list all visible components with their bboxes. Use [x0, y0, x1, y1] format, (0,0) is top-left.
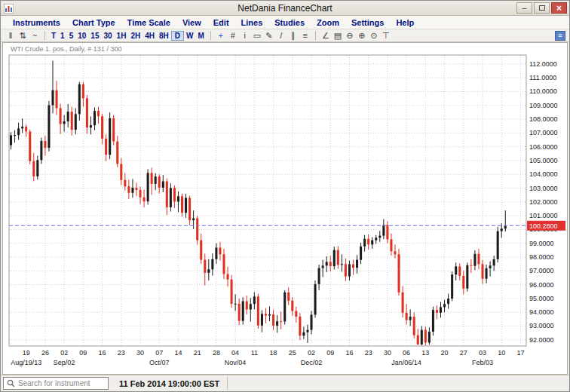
- price-axis-label: 97.0000: [529, 267, 554, 274]
- candle-body: [489, 265, 492, 268]
- menu-item-view[interactable]: View: [176, 18, 207, 27]
- candle-body: [406, 313, 408, 320]
- timeframe-button-1[interactable]: 1: [58, 32, 67, 40]
- x-axis-month-label: Oct/07: [149, 359, 170, 366]
- menu-item-chart-type[interactable]: Chart Type: [66, 18, 121, 27]
- x-axis-month-label: Feb/03: [472, 359, 493, 366]
- timeframe-button-1h[interactable]: 1H: [115, 32, 129, 40]
- fibonacci-icon[interactable]: ≡: [299, 30, 311, 41]
- candle-body: [97, 111, 100, 116]
- candle-body: [481, 264, 483, 278]
- pointer-icon[interactable]: ▭: [251, 30, 263, 41]
- line-chart-icon[interactable]: ~: [29, 30, 41, 41]
- price-axis-label: 104.0000: [529, 170, 558, 178]
- menu-item-instruments[interactable]: Instruments: [7, 18, 66, 27]
- candlestick-chart-icon[interactable]: ⇅: [17, 30, 29, 41]
- close-button[interactable]: ×: [551, 2, 567, 14]
- menu-item-help[interactable]: Help: [390, 18, 420, 27]
- x-axis-day-label: 07: [155, 349, 163, 357]
- price-axis-label: 108.0000: [529, 115, 558, 123]
- candle-body: [504, 225, 507, 228]
- timeframe-button-m[interactable]: M: [195, 32, 206, 40]
- search-input[interactable]: [18, 379, 105, 387]
- candle-body: [333, 250, 336, 266]
- toolbar-separator: [315, 31, 316, 40]
- parallel-lines-icon[interactable]: ∥: [287, 30, 299, 41]
- candle-body: [188, 198, 191, 221]
- angle-icon[interactable]: ∠: [320, 30, 332, 41]
- x-axis-month-label: Dec/02: [301, 359, 323, 366]
- measure-icon[interactable]: ⊤: [380, 30, 392, 41]
- candle-body: [493, 259, 495, 265]
- x-axis-day-label: 16: [345, 349, 353, 357]
- candle-body: [21, 127, 23, 128]
- menu-item-edit[interactable]: Edit: [207, 18, 235, 27]
- candle-body: [101, 116, 103, 139]
- timeframe-button-30[interactable]: 30: [101, 32, 114, 40]
- candle-body: [283, 292, 286, 322]
- toolbar-separator: [44, 31, 45, 40]
- x-axis-day-label: 28: [213, 349, 220, 357]
- price-axis-label: 94.0000: [529, 308, 554, 316]
- candle-body: [32, 161, 35, 176]
- menu-item-studies[interactable]: Studies: [268, 18, 311, 27]
- window-title: NetDania FinanceChart: [1, 3, 569, 14]
- x-axis-day-label: 26: [41, 349, 49, 357]
- timeframe-button-4h[interactable]: 4H: [142, 32, 157, 40]
- candle-body: [222, 254, 225, 274]
- menu-item-settings[interactable]: Settings: [345, 18, 390, 27]
- candle-body: [82, 84, 84, 98]
- candle-body: [120, 164, 122, 180]
- candle-body: [131, 188, 133, 193]
- print-icon[interactable]: ▤: [332, 30, 344, 41]
- timestamp: 11 Feb 2014 19:00:00 EST: [112, 377, 228, 390]
- crosshair-icon[interactable]: +: [215, 30, 227, 41]
- candle-body: [352, 265, 354, 268]
- candle-body: [280, 321, 282, 322]
- candle-body: [60, 108, 62, 124]
- candle-body: [386, 225, 388, 240]
- timeframe-button-d[interactable]: D: [171, 31, 184, 41]
- zoom-out-icon[interactable]: ⊖: [344, 30, 356, 41]
- candle-body: [497, 231, 499, 259]
- candle-body: [421, 330, 423, 345]
- zoom-in-icon[interactable]: ⊕: [356, 30, 368, 41]
- menu-item-lines[interactable]: Lines: [235, 18, 269, 27]
- x-axis-day-label: 27: [460, 349, 467, 357]
- candle-body: [192, 219, 195, 221]
- timeframe-button-15[interactable]: 15: [88, 32, 101, 40]
- maximize-button[interactable]: [534, 2, 550, 14]
- trendline-icon[interactable]: /: [275, 30, 287, 41]
- info-icon[interactable]: i: [239, 30, 251, 41]
- x-axis-day-label: 23: [365, 349, 372, 357]
- candle-body: [250, 304, 252, 309]
- timeframe-button-2h[interactable]: 2H: [128, 32, 142, 40]
- timeframe-button-5[interactable]: 5: [67, 32, 76, 40]
- x-axis-day-label: 30: [136, 349, 144, 357]
- menu-item-time-scale[interactable]: Time Scale: [121, 18, 176, 27]
- x-axis-day-label: 06: [403, 349, 410, 357]
- pencil-icon[interactable]: ✎: [263, 30, 275, 41]
- timeframe-button-8h[interactable]: 8H: [157, 32, 171, 40]
- candle-body: [501, 228, 503, 231]
- timeframe-button-w[interactable]: W: [184, 32, 195, 40]
- menu-item-zoom[interactable]: Zoom: [311, 18, 345, 27]
- price-axis-label: 103.0000: [529, 185, 558, 192]
- timeframe-button-t[interactable]: T: [49, 32, 58, 40]
- x-axis-day-label: 04: [231, 349, 239, 357]
- magnifier-icon[interactable]: ⊙: [368, 30, 380, 41]
- grid-icon[interactable]: #: [227, 30, 239, 41]
- timeframe-button-10[interactable]: 10: [75, 32, 88, 40]
- candle-body: [390, 239, 392, 251]
- minimize-button[interactable]: –: [516, 2, 532, 14]
- dock-icon[interactable]: ≡: [555, 31, 565, 41]
- candle-body: [116, 142, 118, 164]
- x-axis-month-label: Sep/02: [54, 359, 75, 366]
- price-chart[interactable]: 112.0000111.0000110.0000109.0000108.0000…: [3, 43, 567, 374]
- bar-chart-icon[interactable]: ‖: [5, 30, 17, 41]
- candle-body: [268, 314, 271, 315]
- candle-body: [112, 118, 115, 142]
- candle-body: [124, 180, 126, 186]
- candle-body: [10, 135, 12, 145]
- candle-body: [158, 176, 161, 188]
